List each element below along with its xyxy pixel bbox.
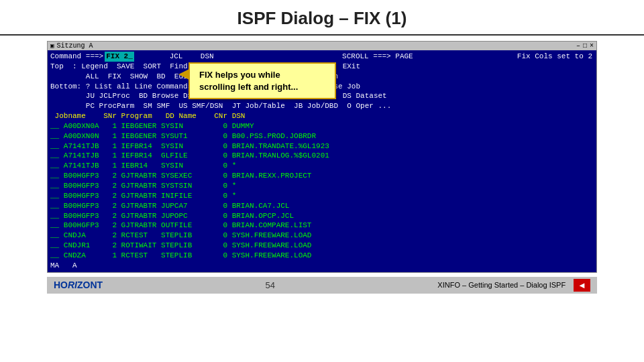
table-row: __ A00DXN0N 1 IEBGENER SYSUT1 0 B00.PSS.… (50, 131, 594, 141)
table-row: __ A7141TJB 1 IEBR14 SYSIN 0 * (50, 161, 594, 171)
table-row: __ B00HGFP3 2 GJTRABTR SYSTSIN 0 * (50, 181, 594, 191)
command-prompt: Command ===> (50, 52, 103, 62)
fix-input[interactable]: FIX 2_ (105, 52, 134, 62)
tooltip-balloon: FIX helps you while scrolling left and r… (189, 62, 336, 99)
table-row: __ A7141TJB 1 IEFBR14 GLFILE 0 BRIAN.TRA… (50, 151, 594, 161)
logo-ho: HO (54, 280, 68, 290)
close-icon[interactable]: × (590, 42, 594, 50)
footer-right: XINFO – Getting Started – Dialog ISPF ◄ (437, 279, 590, 292)
minimize-icon[interactable]: – (576, 42, 580, 50)
tooltip-line1: FIX helps you while (199, 69, 325, 81)
table-row: __ CNDJR1 2 ROTIWAIT STEPLIB 0 SYSH.FREE… (50, 241, 594, 251)
table-header: Jobname SNr Program DD Name CNr DSN (50, 111, 594, 121)
nav-back-button[interactable]: ◄ (574, 279, 590, 292)
terminal-titlebar: ▣ Sitzung A – □ × (48, 42, 596, 50)
table-row: __ A7141TJB 1 IEFBR14 SYSIN 0 BRIAN.TRAN… (50, 141, 594, 152)
footer-nav-text: XINFO – Getting Started – Dialog ISPF (437, 281, 566, 289)
titlebar-icon: ▣ (50, 42, 54, 50)
page-title: ISPF Dialog – FIX (1) (0, 0, 644, 36)
titlebar-controls[interactable]: – □ × (576, 42, 594, 50)
fix-cols-text: Fix Cols set to 2 (517, 52, 592, 62)
jcl-dsn: JCL DSN (170, 52, 214, 62)
data-rows: __ A00DXN0A 1 IEBGENER SYSIN 0 DUMMY __ … (50, 121, 594, 261)
terminal-window: ▣ Sitzung A – □ × Fix Cols set to 2 Comm… (47, 41, 597, 273)
page-number: 54 (266, 280, 275, 290)
table-row: __ A00DXN0A 1 IEBGENER SYSIN 0 DUMMY (50, 121, 594, 131)
footer-bar: HORIZONT 54 XINFO – Getting Started – Di… (47, 277, 597, 294)
tooltip-line2: scrolling left and right... (199, 81, 325, 93)
terminal-body: Fix Cols set to 2 Command ===> FIX 2_ JC… (48, 50, 596, 272)
titlebar-title: Sitzung A (56, 42, 93, 50)
tooltip-arrow (178, 69, 189, 80)
ma-line: MA A (50, 261, 594, 271)
logo-zont: ZONT (77, 280, 103, 290)
command-line: Command ===> FIX 2_ JCL DSN SCROLL ===> … (50, 52, 594, 62)
table-row: __ B00HGFP3 2 GJTRABTR JUPCA7 0 BRIAN.CA… (50, 201, 594, 211)
scroll-text: SCROLL ===> PAGE (342, 52, 413, 62)
table-row: __ CNDZA 1 RCTEST STEPLIB 0 SYSH.FREEWAR… (50, 251, 594, 261)
table-row: __ B00HGFP3 2 GJTRABTR JUPOPC 0 BRIAN.OP… (50, 211, 594, 221)
horizont-logo: HORIZONT (54, 280, 103, 290)
pc-line: PC ProcParm SM SMF US SMF/DSN JT Job/Tab… (50, 101, 594, 111)
table-row: __ B00HGFP3 2 GJTRABTR OUTFILE 0 BRIAN.C… (50, 221, 594, 231)
table-row: __ CNDJA 2 RCTEST STEPLIB 0 SYSH.FREEWAR… (50, 231, 594, 241)
table-row: __ B00HGFP3 2 GJTRABTR INIFILE 0 * (50, 191, 594, 201)
table-row: __ B00HGFP3 2 GJTRABTR SYSEXEC 0 BRIAN.R… (50, 171, 594, 181)
maximize-icon[interactable]: □ (583, 42, 587, 50)
logo-ri: RI (68, 280, 77, 290)
